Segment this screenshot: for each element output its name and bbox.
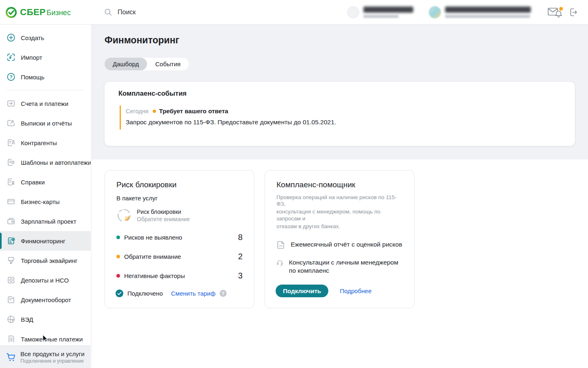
- red-dot: [116, 274, 120, 278]
- logout-button[interactable]: [564, 3, 582, 21]
- risk-row-label: Обратите внимание: [124, 253, 181, 260]
- sidebar-item-business-cards[interactable]: Бизнес-карты: [0, 192, 91, 211]
- sidebar: Создать Импорт ? Помощь Счета и платежи: [0, 25, 91, 368]
- event-date: Сегодня: [126, 108, 149, 114]
- connected-label: Подключено: [127, 290, 163, 297]
- salary-icon: [7, 217, 16, 226]
- feature-report: Ежемесячный отчёт с оценкой рисков: [276, 240, 403, 249]
- plus-circle-icon: [7, 33, 16, 42]
- company-redacted-text: [445, 7, 531, 18]
- headset-icon: [276, 258, 283, 267]
- sidebar-item-label: Бизнес-карты: [21, 198, 60, 205]
- sidebar-item-import[interactable]: Импорт: [0, 47, 91, 67]
- all-products-subtitle: Подключение и управление: [20, 358, 85, 364]
- compliance-events-card: Комплаенс-события Сегодня Требует вашего…: [105, 82, 575, 146]
- sidebar-item-deposits[interactable]: Депозиты и НСО: [0, 270, 91, 290]
- gauge-status: Обратите внимание: [137, 216, 190, 222]
- sidebar-item-label: Шаблоны и автоплатежи: [21, 159, 91, 166]
- sidebar-item-ved[interactable]: ¥ ВЭД: [0, 310, 91, 329]
- question-circle-icon: ?: [7, 72, 16, 81]
- risk-row-label: Рисков не выявлено: [124, 234, 182, 241]
- compliance-event-item[interactable]: Сегодня Требует вашего ответа Запрос док…: [120, 105, 336, 130]
- sber-logo[interactable]: СБЕРБизнес: [6, 0, 71, 25]
- risk-card: Риск блокировки В пакете услуг Риск блок…: [105, 170, 254, 308]
- sidebar-item-help[interactable]: ? Помощь: [0, 67, 91, 87]
- docflow-icon: [7, 295, 16, 304]
- sidebar-item-label: Документооборот: [21, 296, 71, 303]
- import-icon: [7, 53, 16, 62]
- connect-button[interactable]: Подключить: [276, 285, 328, 297]
- sidebar-item-label: Выписки и отчёты: [21, 120, 72, 127]
- report-document-icon: [276, 240, 285, 249]
- tab-bar: Дашборд События: [105, 58, 189, 70]
- assistant-description: Проверка операций на наличие рисков по 1…: [276, 194, 399, 230]
- contractors-icon: [7, 138, 16, 147]
- business-cards-icon: [7, 197, 16, 206]
- sidebar-item-accounts[interactable]: Счета и платежи: [0, 94, 91, 113]
- account-avatar: [347, 6, 359, 18]
- sidebar-item-acquiring[interactable]: ₽ Торговый эквайринг: [0, 251, 91, 270]
- more-details-link[interactable]: Подробнее: [340, 287, 372, 294]
- sidebar-item-label: ВЭД: [21, 316, 33, 323]
- company-summary[interactable]: [429, 6, 531, 18]
- search-input[interactable]: Поиск: [105, 6, 276, 19]
- risk-row-attention: Обратите внимание 2: [116, 251, 243, 262]
- assistant-card-title: Комплаенс-помощник: [276, 180, 403, 189]
- sidebar-item-label: Справки: [21, 179, 45, 186]
- event-text: Запрос документов по 115-ФЗ. Предоставьт…: [126, 119, 336, 126]
- templates-icon: [7, 158, 16, 167]
- sidebar-item-templates[interactable]: Шаблоны и автоплатежи: [0, 153, 91, 172]
- logo-brand-text: СБЕР: [20, 7, 46, 17]
- compliance-assistant-card: Комплаенс-помощник Проверка операций на …: [265, 170, 414, 308]
- sidebar-item-label: Таможенные платежи: [21, 336, 83, 343]
- search-icon: [105, 9, 112, 16]
- sidebar-item-salary[interactable]: Зарплатный проект: [0, 211, 91, 231]
- sidebar-item-certificates[interactable]: Справки: [0, 172, 91, 192]
- sidebar-item-statements[interactable]: Выписки и отчёты: [0, 113, 91, 133]
- sidebar-item-finmonitoring[interactable]: Финмониторинг: [0, 231, 91, 251]
- logout-icon: [568, 7, 579, 18]
- change-tariff-link[interactable]: Сменить тариф: [171, 290, 216, 297]
- risk-card-title: Риск блокировки: [116, 180, 243, 189]
- sidebar-item-label: Финмониторинг: [21, 238, 65, 245]
- svg-text:₽: ₽: [10, 261, 12, 265]
- orange-dot: [116, 255, 120, 258]
- company-avatar: [429, 6, 441, 18]
- accounts-icon: [7, 99, 16, 108]
- page-title: Финмониторинг: [105, 35, 179, 46]
- logo-suffix-text: Бизнес: [47, 9, 71, 17]
- sidebar-item-label: Зарплатный проект: [21, 218, 76, 225]
- tariff-help-icon[interactable]: ?: [220, 290, 227, 297]
- sidebar-item-label: Торговый эквайринг: [21, 257, 78, 264]
- risk-row-negative: Негативные факторы 3: [116, 270, 243, 281]
- finmonitoring-icon: [7, 236, 16, 245]
- risk-row-value: 2: [238, 252, 243, 261]
- mail-notification-button[interactable]: [546, 3, 564, 21]
- top-header: СБЕРБизнес Поиск: [0, 0, 588, 25]
- statements-icon: [7, 119, 16, 128]
- sber-logo-icon: [6, 7, 17, 18]
- feature-text: Ежемесячный отчёт с оценкой рисков: [291, 240, 402, 249]
- sidebar-item-contractors[interactable]: Контрагенты: [0, 133, 91, 153]
- tab-events[interactable]: События: [147, 58, 189, 70]
- risk-gauge-icon: [116, 208, 132, 223]
- event-status-dot: [153, 110, 156, 113]
- deposits-icon: [7, 276, 16, 285]
- sidebar-item-all-products[interactable]: Все продукты и услуги Подключение и упра…: [0, 346, 91, 368]
- sidebar-item-label: Импорт: [21, 54, 42, 61]
- all-products-title: Все продукты и услуги: [20, 350, 85, 357]
- tab-dashboard[interactable]: Дашборд: [105, 58, 147, 70]
- sidebar-item-docflow[interactable]: Документооборот: [0, 290, 91, 310]
- sidebar-item-label: Помощь: [21, 74, 45, 81]
- svg-text:¥: ¥: [11, 319, 13, 322]
- sidebar-item-customs[interactable]: Таможенные платежи: [0, 329, 91, 346]
- search-placeholder: Поиск: [118, 9, 136, 16]
- feature-text: Консультации с личным менеджером по комп…: [289, 258, 403, 275]
- event-status: Требует вашего ответа: [159, 108, 228, 114]
- sidebar-item-create[interactable]: Создать: [0, 28, 91, 47]
- account-summary[interactable]: [347, 6, 413, 18]
- feature-consultations: Консультации с личным менеджером по комп…: [276, 258, 403, 275]
- gauge-label: Риск блокировки: [137, 209, 190, 215]
- main-content: Финмониторинг Дашборд События Комплаенс-…: [91, 25, 588, 368]
- cart-icon: [6, 352, 16, 362]
